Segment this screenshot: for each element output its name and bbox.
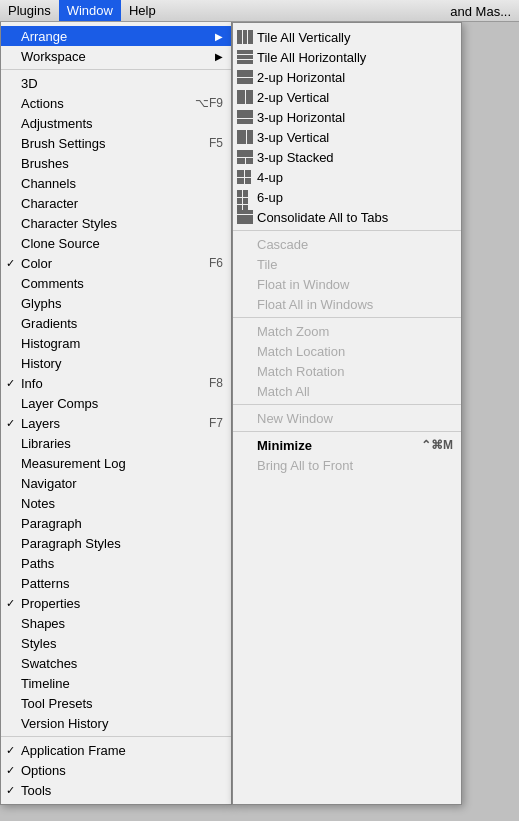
menu-item-clone-source[interactable]: Clone Source — [1, 233, 231, 253]
dropdown-container: Arrange ▶ Workspace ▶ 3D Actions ⌥F9 Adj… — [0, 22, 462, 805]
menu-item-application-frame[interactable]: ✓ Application Frame — [1, 740, 231, 760]
submenu-float-in-window[interactable]: Float in Window — [233, 274, 461, 294]
tile-vertically-icon — [237, 30, 253, 44]
2up-vertical-icon — [237, 90, 253, 104]
menu-item-channels[interactable]: Channels — [1, 173, 231, 193]
menu-item-history[interactable]: History — [1, 353, 231, 373]
submenu-tile-all-vertically[interactable]: Tile All Vertically — [233, 27, 461, 47]
menu-item-paths[interactable]: Paths — [1, 553, 231, 573]
check-layers: ✓ — [6, 417, 15, 430]
menu-item-navigator[interactable]: Navigator — [1, 473, 231, 493]
menu-item-adjustments[interactable]: Adjustments — [1, 113, 231, 133]
submenu-arrow-workspace: ▶ — [215, 51, 223, 62]
6up-icon — [237, 190, 253, 204]
menu-item-notes[interactable]: Notes — [1, 493, 231, 513]
menu-item-options[interactable]: ✓ Options — [1, 760, 231, 780]
check-options: ✓ — [6, 764, 15, 777]
menu-item-comments[interactable]: Comments — [1, 273, 231, 293]
check-app-frame: ✓ — [6, 744, 15, 757]
menu-item-properties[interactable]: ✓ Properties — [1, 593, 231, 613]
submenu-match-all[interactable]: Match All — [233, 381, 461, 401]
submenu-3up-vertical[interactable]: 3-up Vertical — [233, 127, 461, 147]
submenu-bring-all-to-front[interactable]: Bring All to Front — [233, 455, 461, 475]
3up-horizontal-icon — [237, 110, 253, 124]
check-info: ✓ — [6, 377, 15, 390]
right-separator-1 — [233, 230, 461, 231]
3up-vertical-icon — [237, 130, 253, 144]
arrange-label: Arrange — [21, 29, 67, 44]
submenu-match-location[interactable]: Match Location — [233, 341, 461, 361]
2up-horizontal-icon — [237, 70, 253, 84]
check-tools: ✓ — [6, 784, 15, 797]
right-separator-2 — [233, 317, 461, 318]
submenu-cascade[interactable]: Cascade — [233, 234, 461, 254]
menu-item-measurement-log[interactable]: Measurement Log — [1, 453, 231, 473]
submenu-3up-horizontal[interactable]: 3-up Horizontal — [233, 107, 461, 127]
workspace-label: Workspace — [21, 49, 86, 64]
3up-stacked-icon — [237, 150, 253, 164]
submenu-3up-stacked[interactable]: 3-up Stacked — [233, 147, 461, 167]
menu-item-info[interactable]: ✓ Info F8 — [1, 373, 231, 393]
menu-item-swatches[interactable]: Swatches — [1, 653, 231, 673]
submenu-minimize[interactable]: Minimize ⌃⌘M — [233, 435, 461, 455]
submenu-float-all-in-windows[interactable]: Float All in Windows — [233, 294, 461, 314]
menu-item-gradients[interactable]: Gradients — [1, 313, 231, 333]
submenu-arrow-arrange: ▶ — [215, 31, 223, 42]
submenu-consolidate-all-to-tabs[interactable]: Consolidate All to Tabs — [233, 207, 461, 227]
menu-item-brushes[interactable]: Brushes — [1, 153, 231, 173]
submenu-match-zoom[interactable]: Match Zoom — [233, 321, 461, 341]
window-menu: Arrange ▶ Workspace ▶ 3D Actions ⌥F9 Adj… — [0, 22, 232, 805]
menu-item-glyphs[interactable]: Glyphs — [1, 293, 231, 313]
menu-item-styles[interactable]: Styles — [1, 633, 231, 653]
separator-1 — [1, 69, 231, 70]
4up-icon — [237, 170, 251, 184]
check-color: ✓ — [6, 257, 15, 270]
submenu-2up-vertical[interactable]: 2-up Vertical — [233, 87, 461, 107]
menu-item-character-styles[interactable]: Character Styles — [1, 213, 231, 233]
menu-window[interactable]: Window — [59, 0, 121, 21]
menu-item-color[interactable]: ✓ Color F6 — [1, 253, 231, 273]
menu-bar: Plugins Window Help and Mas... — [0, 0, 519, 22]
arrange-submenu: Tile All Vertically Tile All Horizontall… — [232, 22, 462, 805]
tile-horizontally-icon — [237, 50, 253, 64]
submenu-6up[interactable]: 6-up — [233, 187, 461, 207]
menu-item-paragraph[interactable]: Paragraph — [1, 513, 231, 533]
menu-item-layer-comps[interactable]: Layer Comps — [1, 393, 231, 413]
menu-item-3d[interactable]: 3D — [1, 73, 231, 93]
menu-item-arrange[interactable]: Arrange ▶ — [1, 26, 231, 46]
check-properties: ✓ — [6, 597, 15, 610]
submenu-tile[interactable]: Tile — [233, 254, 461, 274]
menu-item-timeline[interactable]: Timeline — [1, 673, 231, 693]
menu-item-tool-presets[interactable]: Tool Presets — [1, 693, 231, 713]
right-separator-3 — [233, 404, 461, 405]
submenu-2up-horizontal[interactable]: 2-up Horizontal — [233, 67, 461, 87]
separator-2 — [1, 736, 231, 737]
right-separator-4 — [233, 431, 461, 432]
top-bar-right-text: and Mas... — [450, 0, 519, 22]
menu-item-actions[interactable]: Actions ⌥F9 — [1, 93, 231, 113]
submenu-match-rotation[interactable]: Match Rotation — [233, 361, 461, 381]
menu-item-brush-settings[interactable]: Brush Settings F5 — [1, 133, 231, 153]
menu-item-histogram[interactable]: Histogram — [1, 333, 231, 353]
menu-item-shapes[interactable]: Shapes — [1, 613, 231, 633]
menu-item-layers[interactable]: ✓ Layers F7 — [1, 413, 231, 433]
menu-item-workspace[interactable]: Workspace ▶ — [1, 46, 231, 66]
menu-item-patterns[interactable]: Patterns — [1, 573, 231, 593]
menu-item-paragraph-styles[interactable]: Paragraph Styles — [1, 533, 231, 553]
menu-help[interactable]: Help — [121, 0, 164, 21]
menu-item-tools[interactable]: ✓ Tools — [1, 780, 231, 800]
submenu-4up[interactable]: 4-up — [233, 167, 461, 187]
menu-item-version-history[interactable]: Version History — [1, 713, 231, 733]
consolidate-tabs-icon — [237, 210, 253, 224]
submenu-tile-all-horizontally[interactable]: Tile All Horizontally — [233, 47, 461, 67]
menu-plugins[interactable]: Plugins — [0, 0, 59, 21]
menu-item-character[interactable]: Character — [1, 193, 231, 213]
submenu-new-window[interactable]: New Window — [233, 408, 461, 428]
menu-item-libraries[interactable]: Libraries — [1, 433, 231, 453]
